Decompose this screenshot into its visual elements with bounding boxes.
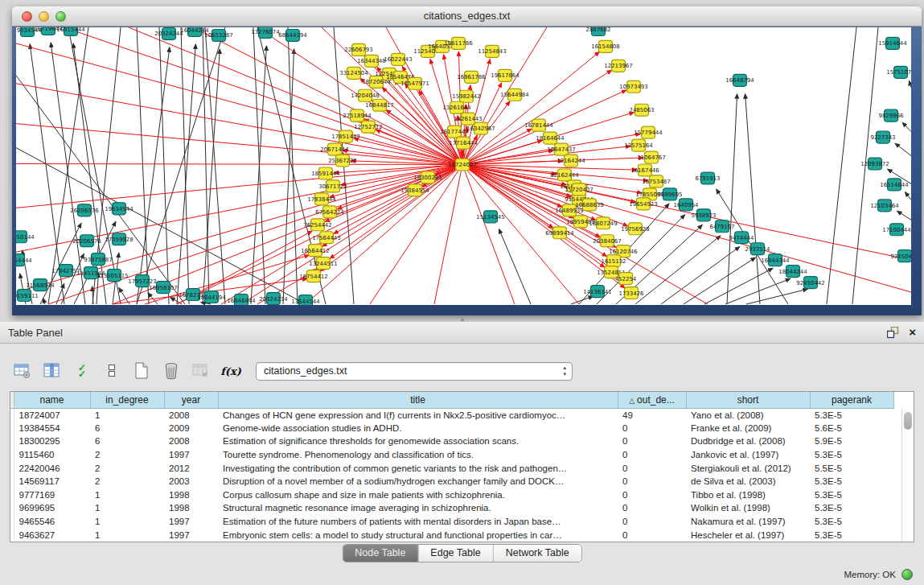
citation-edge[interactable]: [177, 44, 195, 304]
network-node[interactable]: 1733426: [618, 287, 643, 299]
table-cell[interactable]: 6: [90, 422, 164, 435]
float-panel-icon[interactable]: [887, 327, 899, 339]
table-cell[interactable]: 1998: [164, 501, 218, 515]
table-row[interactable]: 946362711997Embryonic stem cells: a mode…: [10, 528, 893, 542]
citation-edge[interactable]: [170, 298, 182, 304]
table-cell[interactable]: Stergiakouli et al. (2012): [686, 461, 810, 475]
table-cell[interactable]: Corpus callosum shape and size in male p…: [218, 488, 618, 502]
table-row[interactable]: 1938455462009Genome-wide association stu…: [10, 422, 893, 435]
network-node[interactable]: 11064767: [637, 151, 666, 163]
tab-edge-table[interactable]: Edge Table: [418, 545, 493, 562]
network-node[interactable]: 93975887: [84, 253, 113, 266]
table-cell[interactable]: 5.3E-5: [810, 475, 893, 488]
network-node[interactable]: 16514644: [880, 179, 909, 191]
citation-edge[interactable]: [895, 143, 911, 155]
table-cell[interactable]: Tourette syndrome. Phenomenology and cla…: [218, 448, 618, 462]
network-node[interactable]: 27518944: [343, 109, 372, 122]
table-cell[interactable]: 2008: [164, 408, 218, 422]
network-node[interactable]: 15751074: [886, 66, 911, 78]
table-cell[interactable]: 5.3E-5: [810, 408, 893, 422]
table-cell[interactable]: 5.3E-5: [810, 501, 893, 515]
row-selection-icon[interactable]: ✓ ✓: [71, 360, 93, 382]
table-cell[interactable]: 9699695: [14, 501, 90, 515]
table-cell[interactable]: 19384554: [14, 422, 90, 435]
table-cell[interactable]: 22420046: [14, 461, 90, 475]
panel-splitter-handle[interactable]: ▴: [456, 315, 469, 322]
network-node[interactable]: 16344348: [357, 55, 386, 67]
citation-edge[interactable]: [360, 78, 462, 164]
network-node[interactable]: 14136141: [583, 286, 612, 298]
table-cell[interactable]: 0: [618, 528, 686, 542]
table-row[interactable]: 911546021997Tourette syndrome. Phenomeno…: [10, 448, 893, 462]
network-node[interactable]: 16154808: [591, 40, 620, 52]
table-cell[interactable]: de Silva et al. (2003): [686, 475, 810, 488]
tab-network-table[interactable]: Network Table: [494, 545, 581, 562]
table-cell[interactable]: 1997: [164, 528, 218, 542]
table-cell[interactable]: 2: [90, 461, 164, 475]
table-cell[interactable]: Estimation of significance thresholds fo…: [218, 435, 618, 448]
table-cell[interactable]: 9465546: [14, 515, 90, 529]
table-cell[interactable]: 5.9E-5: [810, 435, 893, 448]
column-header-title[interactable]: title: [218, 392, 618, 408]
table-cell[interactable]: 14569117: [14, 475, 90, 488]
table-row[interactable]: 1872400712008Changes of HCN gene express…: [10, 408, 893, 422]
table-cell[interactable]: 1: [90, 408, 164, 422]
network-node[interactable]: 26206576: [70, 204, 99, 216]
table-cell[interactable]: 0: [618, 422, 686, 435]
delete-icon[interactable]: [160, 360, 183, 382]
function-builder-icon[interactable]: f(x): [220, 360, 242, 382]
network-node[interactable]: 13276074: [251, 27, 280, 38]
network-node[interactable]: 13644544: [291, 295, 320, 305]
network-node[interactable]: 16754412: [299, 270, 328, 282]
column-header-out_de[interactable]: △out_de...: [618, 392, 686, 408]
citation-edge[interactable]: [16, 164, 462, 165]
table-cell[interactable]: 2: [90, 475, 164, 488]
network-node[interactable]: 15982442: [452, 90, 481, 102]
table-cell[interactable]: 1: [90, 528, 164, 542]
network-node[interactable]: 17564443: [312, 232, 341, 244]
table-cell[interactable]: 2003: [164, 475, 218, 488]
network-node[interactable]: 9699695: [657, 188, 682, 200]
table-cell[interactable]: 9777169: [14, 488, 90, 502]
citation-edge[interactable]: [897, 211, 911, 220]
network-node[interactable]: 16944344: [761, 254, 790, 266]
table-scrollbar-thumb[interactable]: [904, 412, 912, 430]
table-cell[interactable]: 18300295: [14, 435, 90, 448]
table-cell[interactable]: 5.5E-5: [810, 461, 893, 475]
citation-edge[interactable]: [203, 49, 220, 304]
column-header-in_degree[interactable]: in_degree: [90, 392, 164, 408]
column-visibility-icon[interactable]: [41, 360, 64, 382]
table-cell[interactable]: 0: [618, 488, 686, 502]
network-node[interactable]: 16915444: [56, 27, 85, 35]
table-cell[interactable]: 5.3E-5: [810, 528, 893, 542]
table-scrollbar[interactable]: [901, 409, 914, 542]
table-cell[interactable]: Dudbridge et al. (2008): [686, 435, 810, 448]
table-row[interactable]: 969969511998Structural magnetic resonanc…: [10, 501, 893, 515]
network-node[interactable]: 9227343: [870, 131, 895, 143]
network-node[interactable]: 11254843: [478, 45, 507, 57]
table-cell[interactable]: 0: [618, 515, 686, 529]
table-cell[interactable]: Disruption of a novel member of a sodium…: [218, 475, 618, 488]
network-node[interactable]: 16564412: [301, 245, 330, 257]
citation-edge[interactable]: [253, 27, 265, 304]
table-cell[interactable]: 1997: [164, 515, 218, 529]
network-canvas[interactable]: 2260679316344348331245041872064412254033…: [16, 27, 911, 305]
citation-edge[interactable]: [462, 165, 515, 304]
citation-edge[interactable]: [61, 253, 84, 304]
table-cell[interactable]: 5.3E-5: [810, 448, 893, 462]
network-node[interactable]: 18591444: [311, 167, 340, 179]
table-settings-icon[interactable]: [11, 360, 34, 382]
network-node[interactable]: 17100444: [882, 224, 911, 236]
network-node[interactable]: 16022443: [384, 53, 413, 65]
network-node[interactable]: 2933514: [745, 243, 770, 255]
table-cell[interactable]: Investigating the contribution of common…: [218, 461, 618, 475]
table-row[interactable]: 1830029562008Estimation of significance …: [10, 435, 893, 448]
table-cell[interactable]: Tibbo et al. (1998): [686, 488, 810, 502]
network-node[interactable]: 12103464: [870, 200, 899, 212]
table-cell[interactable]: 1998: [164, 488, 218, 502]
network-node[interactable]: 13575164: [624, 139, 653, 151]
table-cell[interactable]: Wolkin et al. (1998): [686, 501, 810, 515]
table-cell[interactable]: 5.3E-5: [810, 515, 893, 529]
citation-edge[interactable]: [902, 122, 911, 131]
network-node[interactable]: 69899414: [545, 227, 574, 239]
